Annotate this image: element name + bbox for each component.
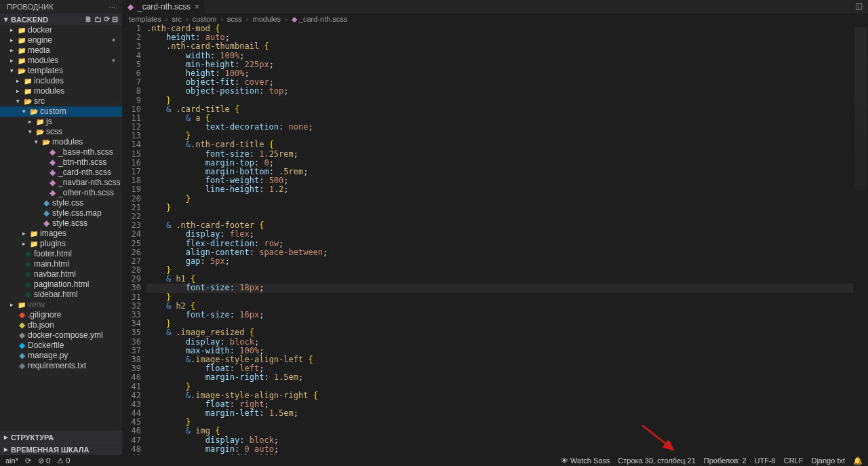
explorer-title: ПРОВОДНИК [7, 3, 54, 14]
chevron-down-icon: ▾ [4, 15, 8, 24]
tab-bar: ◆ _card-nth.scss × [122, 0, 868, 14]
sidebar: ▾ BACKEND 🗎 🗀 ⟳ ⊟ ▸docker▸engine•▸media▸… [0, 14, 122, 455]
git-branch[interactable]: ain* [5, 457, 18, 465]
gutter: 1234567891011121314151617181920212223242… [122, 24, 146, 455]
section-timeline[interactable]: ▸ ВРЕМЕННАЯ ШКАЛА [0, 443, 122, 455]
tree-item[interactable]: ▸images [0, 229, 122, 239]
split-editor-icon[interactable]: ◫ [855, 1, 863, 11]
tree-item[interactable]: ◆db.json [0, 320, 122, 330]
tree-item[interactable]: ▸modules [0, 86, 122, 96]
refresh-icon[interactable]: ⟳ [104, 15, 110, 24]
tab-label: _card-nth.scss [138, 2, 191, 12]
tree-item[interactable]: ◆main.html [0, 259, 122, 269]
watch-sass-button[interactable]: 👁 Watch Sass [561, 457, 610, 465]
encoding[interactable]: UTF-8 [755, 457, 776, 465]
eol[interactable]: CRLF [784, 457, 804, 465]
file-tree[interactable]: ▸docker▸engine•▸media▸modules•▾templates… [0, 25, 122, 371]
notifications-icon[interactable]: 🔔 [853, 457, 863, 465]
tree-item[interactable]: ▾templates [0, 66, 122, 76]
section-structure[interactable]: ▸ СТРУКТУРА [0, 431, 122, 443]
tree-item[interactable]: ▸includes [0, 76, 122, 86]
tree-item[interactable]: ▸media [0, 45, 122, 56]
tree-item[interactable]: ◆_card-nth.scss [0, 168, 122, 178]
tree-item[interactable]: ▾modules [0, 137, 122, 147]
breadcrumb-item[interactable]: custom [193, 15, 216, 23]
tree-item[interactable]: ◆manage.py [0, 351, 122, 361]
tree-item[interactable]: ◆style.scss [0, 218, 122, 229]
breadcrumb-item[interactable]: scss [227, 15, 242, 23]
tree-item[interactable]: ▾custom [0, 106, 122, 117]
tab-card-nth[interactable]: ◆ _card-nth.scss × [122, 0, 205, 14]
chevron-right-icon: ▸ [4, 445, 8, 454]
tree-item[interactable]: ▸venv [0, 300, 122, 310]
breadcrumb-item[interactable]: src [172, 15, 182, 23]
language-mode[interactable]: Django txt [811, 457, 845, 465]
breadcrumb-item[interactable]: templates [129, 15, 161, 23]
new-file-icon[interactable]: 🗎 [85, 15, 92, 24]
tree-item[interactable]: ◆requirements.txt [0, 361, 122, 371]
breadcrumb-item[interactable]: ◆ _card-nth.scss [292, 15, 348, 24]
scss-icon: ◆ [127, 2, 134, 12]
tree-item[interactable]: ◆Dockerfile [0, 341, 122, 351]
code[interactable]: .nth-card-mod { height: auto; .nth-card-… [146, 24, 853, 455]
tree-item[interactable]: ▸plugins [0, 239, 122, 249]
explorer-actions[interactable]: ··· [109, 3, 115, 14]
errors-count[interactable]: ⊘ 0 [38, 457, 50, 465]
tree-item[interactable]: ◆style.css.map [0, 208, 122, 218]
sync-icon[interactable]: ⟳ [25, 457, 31, 465]
tree-item[interactable]: ▾src [0, 96, 122, 106]
tree-item[interactable]: ▸docker [0, 25, 122, 35]
warnings-count[interactable]: ⚠ 0 [57, 457, 70, 465]
tree-item[interactable]: ◆.gitignore [0, 310, 122, 320]
close-icon[interactable]: × [195, 2, 199, 12]
sidebar-bottom-sections: ▸ СТРУКТУРА ▸ ВРЕМЕННАЯ ШКАЛА [0, 431, 122, 455]
tree-item[interactable]: ◆style.css [0, 198, 122, 208]
tree-item[interactable]: ◆docker-compose.yml [0, 330, 122, 341]
editor[interactable]: 1234567891011121314151617181920212223242… [122, 24, 853, 455]
tree-item[interactable]: ▸js [0, 117, 122, 127]
section-backend[interactable]: ▾ BACKEND 🗎 🗀 ⟳ ⊟ [0, 14, 122, 25]
statusbar: ain* ⟳ ⊘ 0 ⚠ 0 👁 Watch Sass Строка 30, с… [0, 455, 868, 466]
tree-item[interactable]: ▾scss [0, 127, 122, 137]
collapse-icon[interactable]: ⊟ [112, 15, 118, 24]
explorer-header: ПРОВОДНИК ··· [0, 0, 122, 14]
new-folder-icon[interactable]: 🗀 [94, 15, 102, 24]
tree-item[interactable]: ◆navbar.html [0, 269, 122, 279]
tree-item[interactable]: ▸engine• [0, 35, 122, 45]
breadcrumb[interactable]: templates›src›custom›scss›modules›◆ _car… [122, 14, 868, 24]
tree-item[interactable]: ▸modules• [0, 56, 122, 66]
tree-item[interactable]: ◆footer.html [0, 249, 122, 259]
chevron-right-icon: ▸ [4, 433, 8, 442]
tree-item[interactable]: ◆_navbar-nth.scss [0, 178, 122, 188]
tree-item[interactable]: ◆pagination.html [0, 279, 122, 290]
cursor-position[interactable]: Строка 30, столбец 21 [618, 457, 695, 465]
tree-item[interactable]: ◆sidebar.html [0, 290, 122, 300]
tree-item[interactable]: ◆_btn-nth.scss [0, 157, 122, 168]
indentation[interactable]: Пробелов: 2 [704, 457, 747, 465]
minimap[interactable] [853, 24, 868, 455]
tree-item[interactable]: ◆_other-nth.scss [0, 188, 122, 198]
tree-item[interactable]: ◆_base-nth.scss [0, 147, 122, 157]
breadcrumb-item[interactable]: modules [253, 15, 281, 23]
